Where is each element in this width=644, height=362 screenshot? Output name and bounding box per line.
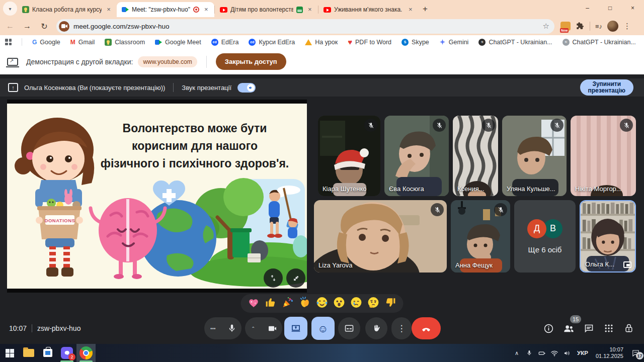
picture-in-picture-icon[interactable] — [623, 261, 631, 268]
participant-tile[interactable]: Ксения... — [453, 116, 498, 196]
bookmark-gmail[interactable]: MGmail — [70, 39, 95, 46]
site-info-camera-icon[interactable] — [59, 21, 69, 32]
participant-tile[interactable]: Єва Косюга — [384, 116, 449, 196]
start-button[interactable] — [0, 344, 19, 362]
clapping-hands-icon[interactable] — [299, 296, 311, 311]
camera-button[interactable]: ⌃ — [245, 317, 282, 339]
self-view-tile[interactable]: Ольга К... — [580, 200, 636, 273]
media-controls-icon[interactable]: ≡♪ — [595, 23, 602, 30]
bookmark-classroom[interactable]: Classroom — [105, 39, 145, 46]
browser-menu-icon[interactable]: ⋮ — [623, 22, 631, 31]
close-icon[interactable]: × — [105, 6, 113, 14]
bookmark-google[interactable]: GGoogle — [32, 39, 60, 46]
bookmark-chatgpt-2[interactable]: ✳ChatGPT - Ukrainian... — [562, 39, 636, 46]
participant-tile[interactable]: Нікіта Моргор... — [571, 116, 636, 196]
bookmark-star-icon[interactable]: ☆ — [543, 22, 549, 31]
minimize-button[interactable]: – — [576, 0, 599, 16]
close-icon[interactable]: × — [306, 6, 314, 14]
language-indicator[interactable]: УКР — [575, 350, 590, 356]
mic-muted-icon — [494, 203, 507, 216]
bookmark-chatgpt-1[interactable]: ✳ChatGPT - Ukrainian... — [478, 39, 552, 46]
reload-button[interactable]: ↻ — [37, 19, 51, 33]
tab-classroom[interactable]: Класна робота для курсу "5 кл × — [17, 2, 117, 17]
url-text[interactable]: meet.google.com/zsw-pbxv-huo — [73, 23, 539, 30]
more-participants-tile[interactable]: Д В Ще 6 осіб — [514, 200, 576, 273]
more-options-button[interactable]: ⋮ — [391, 317, 412, 339]
tray-pen-icon[interactable] — [537, 350, 546, 356]
notifications-button[interactable]: 17 — [629, 349, 642, 356]
microphone-button[interactable]: ••• — [204, 317, 242, 339]
chat-icon — [584, 323, 594, 334]
host-controls-button[interactable] — [620, 319, 638, 337]
bookmark-edera-courses[interactable]: edКурси EdEra — [249, 39, 295, 46]
microsoft-store-button[interactable] — [38, 344, 57, 362]
captions-button[interactable] — [338, 317, 360, 339]
thinking-face-icon[interactable] — [367, 296, 380, 311]
file-explorer-button[interactable] — [19, 344, 38, 362]
thumbs-up-icon[interactable] — [265, 296, 277, 311]
slide-title: Волонтерство може бути корисним для нашо… — [83, 120, 307, 172]
bookmark-gemini[interactable]: Gemini — [439, 39, 469, 46]
bookmark-naurok[interactable]: На урок — [305, 39, 338, 46]
bookmark-edera[interactable]: edEdEra — [211, 39, 239, 46]
party-popper-icon[interactable] — [282, 296, 294, 311]
mic-options-chevron-icon[interactable]: ••• — [210, 326, 216, 331]
forward-button[interactable]: → — [20, 19, 34, 33]
youtube-icon — [324, 7, 331, 13]
close-icon[interactable]: × — [202, 6, 210, 14]
maximize-button[interactable]: □ — [599, 0, 621, 16]
tab-search-icon[interactable]: ▾ — [3, 2, 17, 16]
bookmark-pdf-to-word[interactable]: ♥PDF to Word — [348, 38, 391, 46]
meet-icon — [122, 6, 129, 13]
tab-youtube-soft-sign[interactable]: Уживання м'якого знака. Спо × — [318, 2, 419, 17]
extensions-puzzle-icon[interactable] — [576, 22, 585, 31]
resize-presentation-button[interactable] — [264, 268, 283, 288]
close-icon[interactable]: × — [407, 6, 415, 14]
viber-button[interactable]: 2 — [57, 344, 76, 362]
close-window-button[interactable]: × — [621, 0, 644, 16]
address-bar[interactable]: meet.google.com/zsw-pbxv-huo ☆ — [56, 19, 554, 34]
chrome-button[interactable] — [76, 344, 96, 362]
participant-tile[interactable]: Анна Фещук — [451, 200, 510, 273]
leave-call-button[interactable] — [412, 317, 441, 339]
back-button[interactable]: ← — [3, 19, 17, 33]
tab-meet-active[interactable]: Meet: "zsw-pbxv-huo" × — [117, 2, 214, 17]
profile-avatar[interactable] — [607, 21, 618, 32]
camera-options-chevron-icon[interactable]: ⌃ — [251, 326, 255, 331]
presented-slide[interactable]: DONATIONS Волонтерство може бути корисни… — [7, 104, 307, 289]
stop-sharing-button[interactable]: Закрыть доступ — [216, 53, 286, 70]
crying-face-icon[interactable] — [350, 296, 363, 311]
avatar: Д — [527, 219, 546, 238]
fullscreen-button[interactable] — [286, 268, 305, 288]
new-tab-button[interactable]: + — [423, 4, 428, 14]
extension-new-icon[interactable] — [560, 22, 571, 31]
tab-youtube-volunteering[interactable]: Дітям про волонтерство д × — [215, 2, 318, 17]
activities-button[interactable] — [600, 319, 618, 337]
participant-tile[interactable]: Liza Yarova — [314, 200, 447, 273]
reactions-button[interactable]: ☺ — [311, 317, 335, 340]
participant-tile[interactable]: Кіара Шутенко — [318, 116, 380, 196]
sparkling-heart-icon[interactable] — [248, 296, 260, 311]
heart-icon: ♥ — [348, 38, 352, 46]
surprised-face-icon[interactable] — [333, 296, 346, 311]
tray-mic-icon[interactable] — [525, 349, 534, 356]
apps-grid-icon[interactable] — [5, 39, 12, 45]
face-tears-of-joy-icon[interactable] — [316, 296, 329, 311]
bookmark-skype[interactable]: SSkype — [401, 39, 429, 46]
tray-chevron-icon[interactable]: ∧ — [512, 350, 521, 356]
present-screen-button[interactable] — [284, 317, 307, 340]
thumbs-down-icon[interactable] — [384, 296, 397, 311]
meeting-details-button[interactable] — [539, 319, 557, 337]
bookmark-google-meet[interactable]: Google Meet — [155, 39, 201, 46]
clock[interactable]: 10:07 01.12.2025 — [594, 346, 625, 359]
chat-panel-button[interactable] — [580, 319, 598, 337]
stop-presenting-button[interactable]: Зупинити презентацію — [580, 79, 634, 96]
tab-title: Meet: "zsw-pbxv-huo" — [132, 6, 190, 13]
tray-wifi-icon[interactable] — [550, 350, 559, 356]
participant-tile[interactable]: Уляна Кульше... — [502, 116, 567, 196]
raise-hand-button[interactable] — [365, 317, 387, 339]
people-panel-button[interactable] — [559, 319, 578, 337]
presentation-audio-toggle[interactable] — [237, 83, 256, 93]
tray-volume-icon[interactable] — [562, 350, 572, 356]
header-divider — [173, 83, 174, 92]
